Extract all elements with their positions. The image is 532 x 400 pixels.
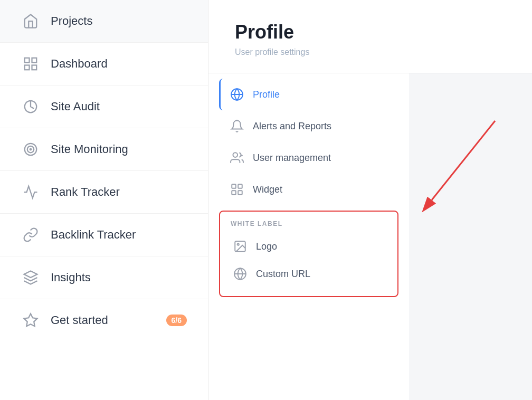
sidebar-item-dashboard-label: Dashboard	[51, 57, 108, 71]
get-started-badge: 6/6	[166, 315, 187, 326]
sidebar-item-site-monitoring-label: Site Monitoring	[51, 142, 128, 156]
site-monitoring-icon	[21, 140, 40, 159]
svg-rect-2	[25, 65, 30, 70]
image-icon	[233, 239, 248, 254]
svg-point-12	[233, 153, 238, 157]
sidebar-item-rank-tracker-label: Rank Tracker	[51, 185, 120, 199]
white-label-custom-url-label: Custom URL	[256, 269, 310, 280]
arrow-annotation	[390, 116, 506, 221]
sidebar-item-insights[interactable]: Insights	[0, 256, 208, 299]
sidebar-item-projects[interactable]: Projects	[0, 0, 208, 43]
menu-item-alerts[interactable]: Alerts and Reports	[219, 110, 398, 142]
svg-point-20	[238, 244, 239, 245]
sidebar-item-site-audit-label: Site Audit	[51, 100, 100, 113]
rank-tracker-icon	[21, 183, 40, 202]
svg-rect-16	[238, 184, 242, 188]
users-icon	[230, 150, 244, 165]
settings-menu: Profile Alerts and Reports	[208, 73, 409, 400]
sidebar-item-get-started-label: Get started	[51, 313, 108, 327]
sidebar-item-dashboard[interactable]: Dashboard	[0, 43, 208, 85]
globe-blue-icon	[230, 87, 244, 102]
white-label-section: WHITE LABEL Logo	[219, 211, 398, 297]
sidebar: Projects Dashboard Site Audit	[0, 0, 208, 400]
main-body: Profile Alerts and Reports	[208, 73, 532, 400]
svg-rect-17	[232, 191, 236, 195]
menu-item-profile[interactable]: Profile	[219, 79, 398, 110]
white-label-title: WHITE LABEL	[231, 220, 387, 227]
svg-rect-0	[25, 58, 30, 63]
menu-item-profile-label: Profile	[253, 89, 280, 100]
svg-rect-15	[232, 184, 236, 188]
sidebar-item-projects-label: Projects	[51, 14, 92, 28]
sidebar-item-backlink-tracker[interactable]: Backlink Tracker	[0, 214, 208, 256]
menu-item-alerts-label: Alerts and Reports	[253, 121, 331, 132]
sidebar-item-rank-tracker[interactable]: Rank Tracker	[0, 171, 208, 214]
home-icon	[21, 12, 40, 31]
svg-point-7	[30, 149, 32, 150]
sidebar-item-site-monitoring[interactable]: Site Monitoring	[0, 128, 208, 171]
get-started-icon	[21, 311, 40, 330]
page-subtitle: User profile settings	[235, 47, 506, 57]
menu-item-widget[interactable]: Widget	[219, 174, 398, 205]
svg-rect-18	[238, 191, 242, 195]
svg-marker-8	[24, 314, 37, 327]
menu-item-user-management[interactable]: User management	[219, 142, 398, 174]
main-content: Profile User profile settings Profile	[208, 0, 532, 400]
page-title: Profile	[235, 21, 506, 43]
sidebar-item-backlink-tracker-label: Backlink Tracker	[51, 228, 136, 242]
sidebar-item-insights-label: Insights	[51, 271, 91, 284]
white-label-logo-label: Logo	[256, 241, 277, 252]
svg-line-24	[432, 121, 495, 200]
widget-icon	[230, 182, 244, 197]
svg-rect-1	[32, 58, 37, 63]
site-audit-icon	[21, 97, 40, 116]
menu-item-widget-label: Widget	[253, 184, 282, 195]
backlink-tracker-icon	[21, 225, 40, 244]
menu-item-user-management-label: User management	[253, 153, 331, 164]
bell-icon	[230, 119, 244, 134]
sidebar-item-get-started[interactable]: Get started 6/6	[0, 299, 208, 341]
dashboard-icon	[21, 54, 40, 73]
svg-rect-3	[32, 65, 37, 70]
white-label-item-custom-url[interactable]: Custom URL	[231, 260, 387, 288]
insights-icon	[21, 268, 40, 287]
globe-gray-icon	[233, 266, 248, 281]
sidebar-item-site-audit[interactable]: Site Audit	[0, 85, 208, 128]
white-label-item-logo[interactable]: Logo	[231, 233, 387, 260]
main-header: Profile User profile settings	[208, 0, 532, 73]
